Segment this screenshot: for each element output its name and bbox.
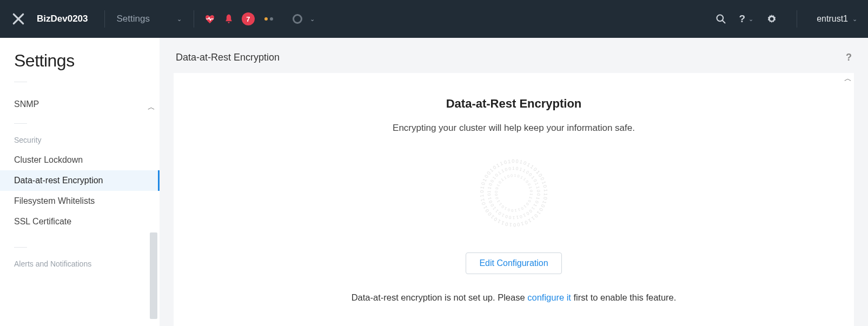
topbar: BizDev0203 Settings ⌄ 7 ⌄ ? ⌄	[0, 0, 868, 38]
content-header-title: Data-at-Rest Encryption	[176, 52, 280, 63]
app-logo-icon[interactable]	[11, 11, 26, 26]
help-icon[interactable]: ?	[846, 52, 852, 63]
content-area: Data-at-Rest Encryption ? ︿ Data-at-Rest…	[160, 38, 868, 326]
task-circle-icon[interactable]	[293, 14, 302, 24]
topbar-divider	[104, 10, 105, 28]
bell-icon[interactable]	[223, 14, 234, 24]
gear-icon[interactable]	[766, 14, 777, 24]
topbar-divider	[194, 10, 194, 28]
chevron-down-icon[interactable]: ⌄	[310, 16, 315, 23]
health-icon[interactable]	[204, 14, 216, 24]
chevron-down-icon: ⌄	[852, 16, 857, 23]
sidebar-scrollbar[interactable]	[150, 232, 157, 319]
main-panel: ︿ Data-at-Rest Encryption Encrypting you…	[174, 73, 854, 326]
cluster-name[interactable]: BizDev0203	[37, 14, 88, 24]
topbar-status-icons: 7 ⌄	[204, 12, 315, 25]
panel-scroll-up-icon[interactable]: ︿	[844, 74, 852, 84]
sidebar-divider	[14, 123, 27, 124]
notification-badge[interactable]: 7	[242, 12, 255, 25]
sidebar-item-cluster-lockdown[interactable]: Cluster Lockdown	[14, 150, 160, 170]
edit-configuration-button[interactable]: Edit Configuration	[466, 252, 561, 274]
content-header: Data-at-Rest Encryption ?	[160, 38, 868, 73]
user-menu[interactable]: entrust1 ⌄	[817, 14, 857, 24]
sidebar-title: Settings	[14, 51, 160, 71]
sidebar-item-data-at-rest[interactable]: Data-at-rest Encryption	[0, 170, 160, 191]
sidebar-item-filesystem-whitelists[interactable]: Filesystem Whitelists	[14, 191, 160, 211]
chevron-down-icon: ⌄	[177, 16, 182, 23]
status-prefix: Data-at-rest encryption is not set up. P…	[352, 292, 528, 302]
sidebar: Settings ︿ SNMP Security Cluster Lockdow…	[0, 38, 160, 326]
search-icon[interactable]	[715, 14, 726, 24]
nav-dropdown-label: Settings	[117, 14, 150, 24]
encryption-ring-icon: 0101001011010010110100101101001011010010…	[476, 155, 552, 231]
sidebar-divider	[14, 82, 27, 82]
status-dots	[264, 17, 273, 21]
user-label: entrust1	[817, 14, 848, 24]
status-message: Data-at-rest encryption is not set up. P…	[352, 292, 677, 303]
sidebar-scroll-up-icon[interactable]: ︿	[148, 103, 155, 112]
help-icon: ?	[739, 13, 746, 25]
svg-line-1	[722, 21, 725, 23]
sidebar-item-ssl-certificate[interactable]: SSL Certificate	[14, 211, 160, 232]
configure-link[interactable]: configure it	[527, 292, 571, 302]
sidebar-item-snmp[interactable]: SNMP	[14, 94, 160, 115]
sidebar-section-security: Security	[14, 136, 160, 144]
topbar-right: ? ⌄ entrust1 ⌄	[715, 10, 857, 28]
main-layout: Settings ︿ SNMP Security Cluster Lockdow…	[0, 38, 868, 326]
panel-title: Data-at-Rest Encryption	[446, 97, 582, 111]
sidebar-divider	[14, 247, 27, 248]
sidebar-section-alerts: Alerts and Notifications	[14, 260, 160, 268]
help-dropdown[interactable]: ? ⌄	[739, 13, 754, 25]
status-dot-warning-icon	[264, 17, 268, 21]
status-suffix: first to enable this feature.	[571, 292, 676, 302]
nav-dropdown[interactable]: Settings ⌄	[111, 14, 187, 24]
panel-subtitle: Encrypting your cluster will help keep y…	[393, 123, 635, 134]
chevron-down-icon: ⌄	[748, 16, 753, 23]
topbar-divider	[797, 10, 797, 28]
status-dot-idle-icon	[270, 17, 273, 21]
